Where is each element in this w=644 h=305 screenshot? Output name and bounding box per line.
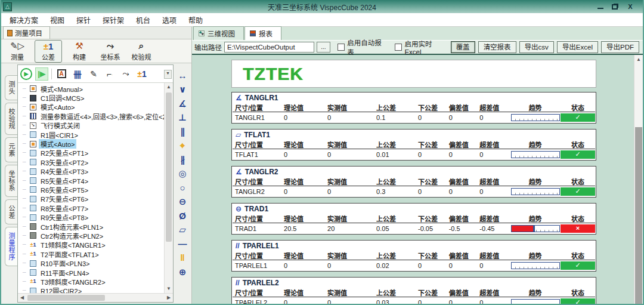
column-header: 下公差 [416, 251, 447, 260]
auto-report-checkbox[interactable] [338, 44, 345, 51]
toolbar-overflow-button[interactable]: ▾ [164, 70, 172, 79]
report-scroll-up-icon[interactable]: ▲ [634, 55, 643, 64]
report-table-title: ▱TFLAT1 [233, 130, 595, 140]
overwrite-button[interactable]: 覆盖 [451, 41, 475, 53]
measure-tool-button[interactable]: ✎▷测量 [4, 40, 31, 63]
menu-item-选项[interactable]: 选项 [156, 13, 182, 27]
sidebar-tab-element[interactable]: 元素 [5, 137, 17, 162]
tree-item[interactable]: ┄C1回调<MCS> [18, 93, 163, 102]
sidebar-tab-tolerance[interactable]: 公差 [5, 199, 17, 224]
tolerance-flatness-icon[interactable]: ▱ [176, 224, 189, 236]
tree-item[interactable]: ┄R1圆<CIR1> [18, 130, 163, 139]
tree-item[interactable]: ┄R4矢量点<PT3> [18, 167, 163, 176]
report-table-header: 尺寸/位置理论值实测值上公差下公差偏差值超差值趋势状态 [233, 214, 595, 223]
cell-value: 0 [416, 188, 447, 195]
realtime-excel-checkbox[interactable] [395, 44, 402, 51]
tree-item[interactable]: ┄R12圆<CIR2> [18, 286, 163, 293]
tree-item[interactable]: ┄R6矢量点<PT5> [18, 185, 163, 194]
tolerance-diameter-icon[interactable]: ⊖ [176, 196, 189, 208]
tree-item[interactable]: ┄R7矢量点<PT6> [18, 195, 163, 204]
coordsys-button[interactable]: ⤳ [119, 67, 132, 81]
tree-item[interactable]: ┄R9矢量点<PT8> [18, 212, 163, 221]
parameters-button[interactable]: 卌 [71, 67, 84, 81]
tolerance-straightness-icon[interactable]: — [176, 238, 189, 249]
tree-item[interactable]: ┄模式<Manual> [18, 84, 163, 93]
tree-item[interactable]: ┄测量参数逼近<4>,回退<3>,搜索<6>,定位<2: [18, 112, 163, 121]
tolerance-angle-between-icon[interactable]: ∨ [176, 84, 189, 95]
tree-horizontal-scrollbar[interactable]: ◀ ▶ [18, 293, 173, 302]
tolerance-tool-button[interactable]: ±1公差 [35, 40, 62, 63]
tab-report[interactable]: 报表 [244, 26, 281, 40]
tolerance-position-icon[interactable]: ⌖ [176, 140, 189, 152]
tree-item[interactable]: ┄R10平面<PLN3> [18, 258, 163, 267]
export-excel-button[interactable]: 导出Excel [557, 41, 598, 53]
clear-report-button[interactable]: 清空报表 [478, 41, 516, 53]
sidebar-tab-coordsys[interactable]: 坐标系 [5, 165, 17, 197]
tree-item[interactable]: ┄Ctr2构造元素<PLN2> [18, 231, 163, 240]
tree-branch-line: ┄ [23, 279, 30, 285]
menu-item-探针[interactable]: 探针 [70, 13, 97, 27]
construct-tool-button[interactable]: ⚒构建 [66, 40, 93, 63]
status-badge-pass: ✓ [561, 150, 595, 159]
gauge-tool-button[interactable]: ⌕校验规 [128, 40, 155, 63]
tree-item[interactable]: ┄飞行模式关闭 [18, 121, 163, 130]
menu-item-视图[interactable]: 视图 [44, 13, 70, 27]
auto-mode-button[interactable]: A [55, 67, 68, 81]
close-button[interactable]: X [626, 3, 634, 10]
tolerance-angularity-icon[interactable]: ∡ [176, 97, 189, 109]
tree-item[interactable]: ┄模式<Auto> [18, 139, 163, 148]
tree-item[interactable]: ┄Ctr1构造元素<PLN1> [18, 222, 163, 231]
maximize-button[interactable] [612, 4, 618, 10]
export-csv-button[interactable]: 导出csv [519, 41, 554, 53]
tree-vertical-scrollbar[interactable]: ▲ ▼ [164, 83, 173, 293]
menu-item-探针架[interactable]: 探针架 [97, 13, 130, 27]
tolerance-symmetry-icon[interactable]: ∦ [176, 153, 189, 165]
tree-item[interactable]: ┄±1T3倾斜度<TANGLR2> [18, 277, 163, 286]
side-tab-strip: 测头校验规元素坐标系公差测量程序 [1, 64, 17, 304]
step-run-button[interactable]: |▶ [35, 67, 48, 81]
measure-element-button[interactable]: ✎ [87, 67, 100, 81]
tree-item[interactable]: ┄R8矢量点<PT7> [18, 204, 163, 212]
column-header: 理论值 [281, 103, 325, 112]
coordsys-tool-button[interactable]: ⤳坐标系 [97, 40, 124, 63]
tolerance-button[interactable]: ±1 [135, 67, 148, 81]
report-vertical-scrollbar[interactable]: ▲ [634, 55, 643, 304]
tolerance-concentricity-icon[interactable]: ◎ [176, 168, 189, 180]
tree-item[interactable]: ┄模式<Auto> [18, 103, 163, 112]
output-path-input[interactable]: E:\VispectCubeOutput [224, 42, 314, 53]
tree-item[interactable]: ┄R3矢量点<PT2> [18, 158, 163, 167]
tree-item[interactable]: ┄±1T1倾斜度<TANGLR1> [18, 241, 163, 249]
sidebar-tab-program[interactable]: 测量程序 [5, 227, 17, 266]
corner-move-button[interactable]: ⌐. [103, 67, 116, 81]
scroll-down-icon[interactable]: ▼ [165, 285, 173, 293]
browse-button[interactable]: ... [317, 42, 331, 53]
run-program-button[interactable]: ▶ [20, 68, 32, 80]
scroll-up-icon[interactable]: ▲ [165, 83, 173, 91]
scroll-left-icon[interactable]: ◀ [18, 294, 26, 302]
menu-item-帮助[interactable]: 帮助 [182, 13, 209, 27]
tolerance-perpendicularity-icon[interactable]: ⊥ [176, 112, 189, 124]
report-vscroll-thumb[interactable] [635, 127, 642, 304]
export-pdf-button[interactable]: 导出PDF [601, 41, 639, 53]
tolerance-parallel-lines-icon[interactable]: ‖ [176, 252, 189, 264]
menu-item-解决方案[interactable]: 解决方案 [4, 13, 44, 27]
tree-item[interactable]: ┄±1T2平面度<TFLAT1> [18, 249, 163, 258]
tree-vscroll-thumb[interactable] [166, 93, 172, 242]
tolerance-runout-icon[interactable]: ⊕ [176, 266, 189, 278]
tolerance-radius-icon[interactable]: Ø [176, 210, 189, 221]
tab-measure-project[interactable]: 测量项目 [3, 26, 50, 39]
minimize-button[interactable] [597, 4, 603, 9]
menu-item-机台[interactable]: 机台 [130, 13, 156, 27]
sidebar-tab-gauge[interactable]: 校验规 [5, 103, 17, 135]
scroll-right-icon[interactable]: ▶ [165, 294, 173, 302]
tolerance-parallelism-icon[interactable]: ∥ [176, 125, 189, 137]
tree-item[interactable]: ┄R2矢量点<PT1> [18, 149, 163, 158]
tolerance-roundness-icon[interactable]: ○ [176, 181, 189, 193]
sidebar-tab-probe-head[interactable]: 测头 [5, 75, 17, 100]
tree-hscroll-thumb[interactable] [27, 295, 105, 301]
tree-item[interactable]: ┄R11平面<PLN4> [18, 268, 163, 277]
trend-cell [510, 299, 561, 304]
tab-view3d[interactable]: 三维视图 [193, 26, 244, 40]
tolerance-distance-icon[interactable]: ↔ [176, 69, 189, 81]
tree-item[interactable]: ┄R5矢量点<PT4> [18, 176, 163, 185]
